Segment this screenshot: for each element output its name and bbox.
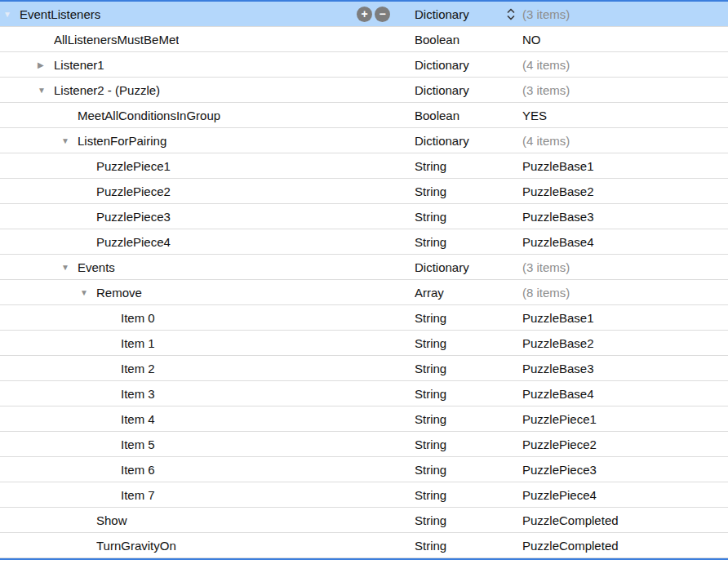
value-cell[interactable]: PuzzleCompleted xyxy=(522,533,728,557)
type-cell[interactable]: Dictionary xyxy=(412,2,522,26)
table-row[interactable]: ▼ ListenForPairing + − Dictionary (4 ite… xyxy=(0,128,728,153)
disclosure-triangle-icon[interactable]: ▼ xyxy=(60,128,78,153)
value-cell[interactable]: PuzzleBase1 xyxy=(522,153,728,178)
table-row[interactable]: AllListenersMustBeMet + − Boolean NO xyxy=(0,27,728,52)
table-row[interactable]: Item 7 + − String PuzzlePiece4 xyxy=(0,482,728,508)
disclosure-triangle-icon[interactable]: ▼ xyxy=(37,78,54,102)
value-cell[interactable]: PuzzleBase4 xyxy=(522,381,728,406)
table-row[interactable]: Item 6 + − String PuzzlePiece3 xyxy=(0,457,728,482)
table-row[interactable]: Item 4 + − String PuzzlePiece1 xyxy=(0,406,728,432)
type-cell[interactable]: String xyxy=(412,457,522,482)
value-cell[interactable]: (3 items) xyxy=(522,78,728,102)
key-cell[interactable]: PuzzlePiece2 + − xyxy=(0,179,412,203)
key-cell[interactable]: PuzzlePiece4 + − xyxy=(0,229,412,254)
value-cell[interactable]: PuzzleCompleted xyxy=(522,508,728,532)
table-row[interactable]: PuzzlePiece3 + − String PuzzleBase3 xyxy=(0,204,728,229)
value-cell[interactable]: PuzzlePiece2 xyxy=(522,432,728,456)
type-cell[interactable]: String xyxy=(412,229,522,254)
key-cell[interactable]: ▼ Remove + − xyxy=(0,280,412,304)
table-row[interactable]: PuzzlePiece4 + − String PuzzleBase4 xyxy=(0,229,728,255)
key-cell[interactable]: PuzzlePiece1 + − xyxy=(0,153,412,178)
key-cell[interactable]: Item 2 + − xyxy=(0,356,412,380)
type-cell[interactable]: Dictionary xyxy=(412,52,522,77)
type-cell[interactable]: Boolean xyxy=(412,27,522,51)
table-row[interactable]: Item 1 + − String PuzzleBase2 xyxy=(0,331,728,356)
key-cell[interactable]: ▶ Listener1 + − xyxy=(0,52,412,77)
table-row[interactable]: TurnGravityOn + − String PuzzleCompleted xyxy=(0,533,728,558)
type-label: String xyxy=(415,513,446,527)
key-cell[interactable]: ▼ Events + − xyxy=(0,255,412,279)
disclosure-triangle-icon[interactable]: ▼ xyxy=(60,255,78,279)
value-cell[interactable]: PuzzleBase2 xyxy=(522,331,728,355)
value-cell[interactable]: PuzzlePiece3 xyxy=(522,457,728,482)
value-cell[interactable]: (4 items) xyxy=(522,52,728,77)
key-cell[interactable]: AllListenersMustBeMet + − xyxy=(0,27,412,51)
add-item-button[interactable]: + xyxy=(357,7,372,22)
value-cell[interactable]: YES xyxy=(522,103,728,127)
type-cell[interactable]: Dictionary xyxy=(412,255,522,279)
key-cell[interactable]: ▼ EventListeners + − xyxy=(0,2,412,26)
table-row[interactable]: ▼ Remove + − Array (8 items) xyxy=(0,280,728,305)
type-cell[interactable]: Boolean xyxy=(412,103,522,127)
disclosure-triangle-icon[interactable]: ▼ xyxy=(79,280,96,304)
table-row[interactable]: ▼ Listener2 - (Puzzle) + − Dictionary (3… xyxy=(0,78,728,103)
table-row[interactable]: ▼ EventListeners + − Dictionary (3 items… xyxy=(0,2,728,27)
key-cell[interactable]: Item 0 + − xyxy=(0,305,412,330)
table-row[interactable]: Item 3 + − String PuzzleBase4 xyxy=(0,381,728,406)
key-cell[interactable]: ▼ Listener2 - (Puzzle) + − xyxy=(0,78,412,102)
value-cell[interactable]: PuzzleBase4 xyxy=(522,229,728,254)
type-cell[interactable]: String xyxy=(412,356,522,380)
value-cell[interactable]: (3 items) xyxy=(522,255,728,279)
key-cell[interactable]: Item 4 + − xyxy=(0,406,412,431)
type-cell[interactable]: Dictionary xyxy=(412,128,522,153)
key-cell[interactable]: Show + − xyxy=(0,508,412,532)
value-cell[interactable]: PuzzleBase2 xyxy=(522,179,728,203)
type-cell[interactable]: String xyxy=(412,508,522,532)
table-row[interactable]: ▼ Events + − Dictionary (3 items) xyxy=(0,255,728,280)
type-stepper-icon[interactable] xyxy=(506,7,516,21)
key-cell[interactable]: ▼ ListenForPairing + − xyxy=(0,128,412,153)
value-cell[interactable]: PuzzleBase3 xyxy=(522,356,728,380)
table-row[interactable]: PuzzlePiece1 + − String PuzzleBase1 xyxy=(0,153,728,179)
value-cell[interactable]: NO xyxy=(522,27,728,51)
type-cell[interactable]: String xyxy=(412,432,522,456)
remove-item-button[interactable]: − xyxy=(375,7,390,22)
value-cell[interactable]: PuzzlePiece1 xyxy=(522,406,728,431)
table-row[interactable]: MeetAllConditionsInGroup + − Boolean YES xyxy=(0,103,728,128)
type-cell[interactable]: String xyxy=(412,331,522,355)
type-cell[interactable]: String xyxy=(412,179,522,203)
table-row[interactable]: Item 5 + − String PuzzlePiece2 xyxy=(0,432,728,457)
key-cell[interactable]: Item 6 + − xyxy=(0,457,412,482)
type-cell[interactable]: String xyxy=(412,406,522,431)
table-row[interactable]: Item 2 + − String PuzzleBase3 xyxy=(0,356,728,381)
value-cell[interactable]: PuzzleBase1 xyxy=(522,305,728,330)
key-cell[interactable]: Item 1 + − xyxy=(0,331,412,355)
table-row[interactable]: PuzzlePiece2 + − String PuzzleBase2 xyxy=(0,179,728,204)
value-cell[interactable]: PuzzlePiece4 xyxy=(522,482,728,507)
type-cell[interactable]: String xyxy=(412,533,522,557)
type-cell[interactable]: String xyxy=(412,482,522,507)
type-cell[interactable]: String xyxy=(412,204,522,229)
type-cell[interactable]: Dictionary xyxy=(412,78,522,102)
type-cell[interactable]: Array xyxy=(412,280,522,304)
value-cell[interactable]: (8 items) xyxy=(522,280,728,304)
type-cell[interactable]: String xyxy=(412,305,522,330)
value-cell[interactable]: PuzzleBase3 xyxy=(522,204,728,229)
key-cell[interactable]: PuzzlePiece3 + − xyxy=(0,204,412,229)
table-row[interactable]: Item 0 + − String PuzzleBase1 xyxy=(0,305,728,331)
key-cell[interactable]: TurnGravityOn + − xyxy=(0,533,412,557)
type-cell[interactable]: String xyxy=(412,381,522,406)
value-cell[interactable]: (3 items) xyxy=(522,2,728,26)
disclosure-triangle-icon[interactable]: ▶ xyxy=(37,52,54,77)
key-cell[interactable]: MeetAllConditionsInGroup + − xyxy=(0,103,412,127)
disclosure-triangle-icon[interactable]: ▼ xyxy=(2,2,20,26)
value-cell[interactable]: (4 items) xyxy=(522,128,728,153)
key-cell[interactable]: Item 5 + − xyxy=(0,432,412,456)
type-label: String xyxy=(415,362,446,375)
table-row[interactable]: Show + − String PuzzleCompleted xyxy=(0,508,728,533)
key-cell[interactable]: Item 3 + − xyxy=(0,381,412,406)
key-cell[interactable]: Item 7 + − xyxy=(0,482,412,507)
plist-editor: ▼ EventListeners + − Dictionary (3 items… xyxy=(0,0,728,573)
table-row[interactable]: ▶ Listener1 + − Dictionary (4 items) xyxy=(0,52,728,78)
type-cell[interactable]: String xyxy=(412,153,522,178)
